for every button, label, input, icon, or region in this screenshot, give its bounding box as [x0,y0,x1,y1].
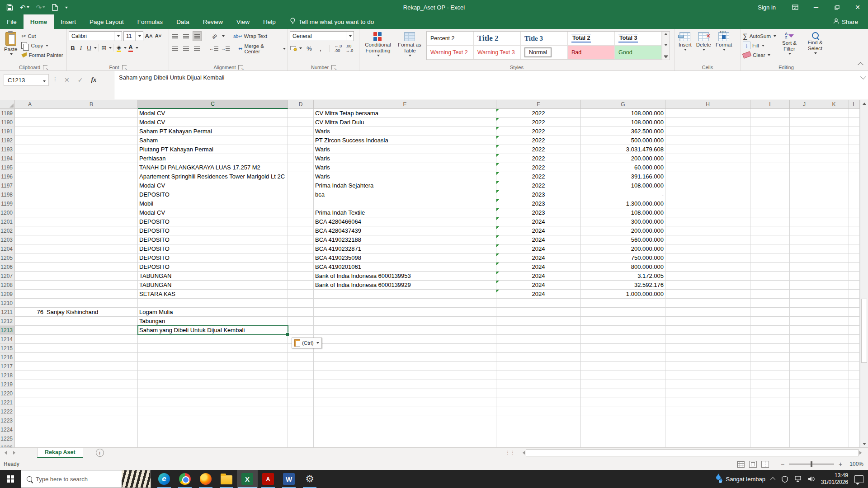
cell-K1192[interactable] [819,136,849,145]
cell-F1224[interactable] [496,425,581,434]
cell-F1213[interactable] [496,326,581,335]
taskbar-app-acrobat[interactable]: A [258,470,278,488]
cell-B1220[interactable] [45,389,138,398]
cell-A1213[interactable] [15,326,45,335]
style-item-title-2[interactable]: Title 2 [474,32,521,46]
zoom-slider-thumb[interactable] [811,461,812,467]
cell-A1192[interactable] [15,136,45,145]
cell-F1214[interactable] [496,335,581,344]
cell-C1225[interactable] [138,434,288,443]
cell-D1223[interactable] [288,416,314,425]
cell-A1212[interactable] [15,317,45,326]
cell-F1211[interactable] [496,308,581,317]
cell-C1200[interactable]: Modal CV [138,208,288,217]
cell-H1198[interactable] [665,190,750,199]
cell-H1224[interactable] [665,425,750,434]
cell-J1201[interactable] [790,217,819,226]
search-highlight-image[interactable] [122,470,151,488]
cell-H1201[interactable] [665,217,750,226]
cell-I1202[interactable] [750,226,790,235]
find-select-button[interactable]: Find & Select [802,31,828,60]
cell-F1195[interactable]: 2022 [496,163,581,172]
cell-E1199[interactable] [314,199,496,208]
cell-K1218[interactable] [819,371,849,380]
cell-I1221[interactable] [750,398,790,407]
sheet-nav-right-icon[interactable] [13,451,15,455]
cell-C1220[interactable] [138,389,288,398]
cell-K1224[interactable] [819,425,849,434]
cell-A1203[interactable] [15,235,45,244]
cell-C1224[interactable] [138,425,288,434]
row-header-1219[interactable]: 1219 [0,380,15,389]
cell-D1205[interactable] [288,253,314,263]
cell-J1221[interactable] [790,398,819,407]
cell-I1213[interactable] [750,326,790,335]
cell-I1196[interactable] [750,172,790,181]
cell-E1205[interactable]: BCA 4190235098 [314,253,496,263]
cell-D1200[interactable] [288,208,314,217]
cell-B1218[interactable] [45,371,138,380]
cell-K1203[interactable] [819,235,849,244]
format-button[interactable]: ↤↦ Format [713,31,734,52]
cell-B1211[interactable]: Sanjay Kishinchand [45,308,138,317]
cell-D1204[interactable] [288,244,314,253]
cell-I1193[interactable] [750,145,790,154]
cell-D1225[interactable] [288,434,314,443]
row-header-1214[interactable]: 1214 [0,335,15,344]
style-item-total-3[interactable]: Total 3 [615,32,662,46]
cell-F1206[interactable]: 2024 [496,263,581,272]
increase-font-icon[interactable]: A˄ [145,31,153,40]
bold-button[interactable]: B [69,43,77,52]
cell-J1213[interactable] [790,326,819,335]
cell-D1216[interactable] [288,353,314,362]
ribbon-tab-view[interactable]: View [230,14,256,29]
close-icon[interactable]: ✕ [847,0,868,14]
cell-B1225[interactable] [45,434,138,443]
align-bottom-icon[interactable] [193,31,202,41]
cell-J1191[interactable] [790,127,819,136]
cell-J1210[interactable] [790,299,819,308]
cell-A1225[interactable] [15,434,45,443]
taskbar-app-word[interactable]: W [278,470,299,488]
cell-G1213[interactable] [581,326,665,335]
row-header-1210[interactable]: 1210 [0,299,15,308]
cell-E1222[interactable] [314,407,496,416]
hidden-icons-chevron[interactable] [770,477,775,482]
cell-A1224[interactable] [15,425,45,434]
cell-L1221[interactable] [849,398,860,407]
cell-K1204[interactable] [819,244,849,253]
cell-B1222[interactable] [45,407,138,416]
wrap-text-button[interactable]: ab↩Wrap Text [233,32,267,41]
cell-D1189[interactable] [288,109,314,118]
cell-F1193[interactable]: 2022 [496,145,581,154]
cell-D1211[interactable] [288,308,314,317]
column-header-K[interactable]: K [819,100,849,109]
cell-C1214[interactable] [138,335,288,344]
row-header-1215[interactable]: 1215 [0,344,15,353]
cell-K1221[interactable] [819,398,849,407]
cell-F1215[interactable] [496,344,581,353]
clear-button[interactable]: Clear [743,50,776,60]
cell-L1190[interactable] [849,118,860,127]
cell-L1225[interactable] [849,434,860,443]
cell-L1204[interactable] [849,244,860,253]
cell-I1218[interactable] [750,371,790,380]
cell-G1215[interactable] [581,344,665,353]
cell-I1217[interactable] [750,362,790,371]
cell-J1212[interactable] [790,317,819,326]
cell-D1203[interactable] [288,235,314,244]
cell-K1213[interactable] [819,326,849,335]
cell-C1209[interactable]: SETARA KAS [138,290,288,299]
style-item-normal[interactable]: Normal [521,46,568,60]
orientation-icon[interactable]: ab [208,30,221,42]
cell-I1195[interactable] [750,163,790,172]
cell-L1214[interactable] [849,335,860,344]
cell-D1219[interactable] [288,380,314,389]
cell-J1192[interactable] [790,136,819,145]
cell-D1210[interactable] [288,299,314,308]
cell-L1211[interactable] [849,308,860,317]
taskbar-app-settings[interactable]: ⚙ [299,470,320,488]
expand-formula-bar-icon[interactable] [860,74,866,80]
cell-H1208[interactable] [665,281,750,290]
style-item-good[interactable]: Good [615,46,662,60]
